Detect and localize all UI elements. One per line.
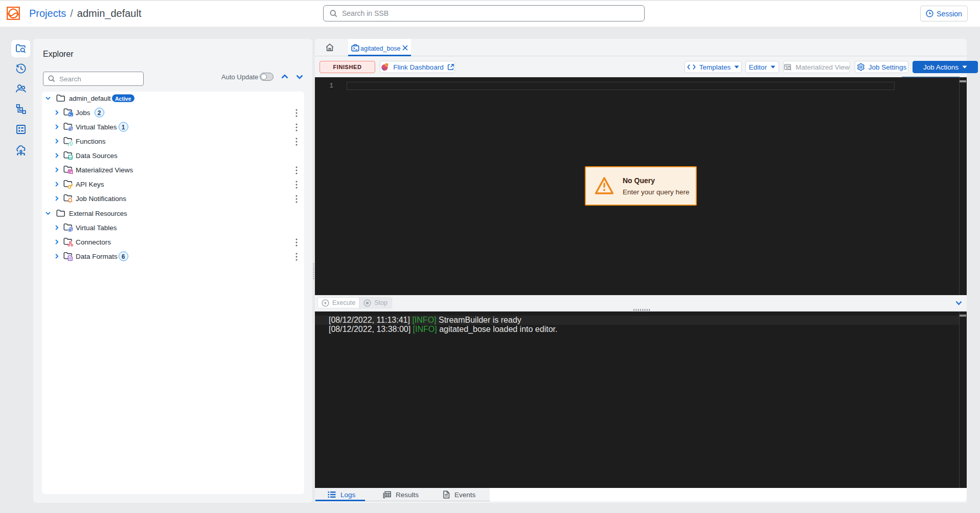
svg-text:(): () (70, 141, 73, 146)
